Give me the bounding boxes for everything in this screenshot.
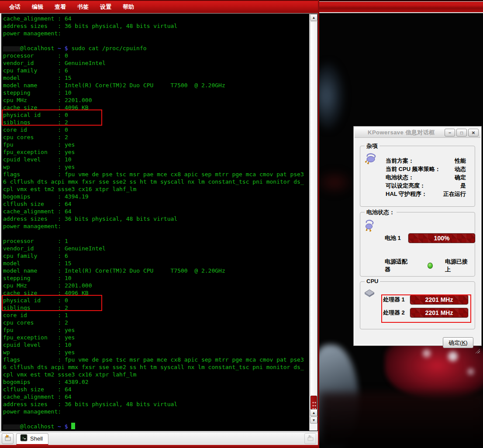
misc-row-value: 确定 [455, 174, 466, 181]
svg-text:›: › [22, 435, 24, 440]
terminal-line: 6 clflush dts acpi mmx fxsr sse sse2 ss … [3, 363, 309, 371]
processor-label: 处理器 1 [383, 296, 408, 304]
terminal-line: cache_alignment : 64 [3, 208, 309, 215]
tab-bar: › Shell [0, 432, 318, 445]
processor-row: 处理器 22201 MHz [383, 306, 468, 319]
processor-label: 处理器 2 [383, 309, 408, 317]
adapter-row: 电源适配器 电源已接上 [385, 258, 469, 274]
terminal-scrollbar[interactable]: ▲ ▲ ▼ [309, 14, 317, 431]
terminal-line: model : 15 [3, 260, 309, 267]
terminal-line: vendor_id : GenuineIntel [3, 59, 309, 67]
terminal-line [3, 415, 309, 423]
cpu-rows: 处理器 12201 MHz处理器 22201 MHz [383, 293, 468, 319]
scroll-down-button[interactable]: ▼ [310, 417, 317, 424]
terminal-line: wp : yes [3, 163, 309, 171]
terminal-line: physical id : 0 [3, 111, 309, 119]
terminal-line: fpu : yes [3, 141, 309, 148]
konsole-window: 会话编辑查看书签设置帮助 cache_alignment : 64address… [0, 0, 319, 448]
misc-group-legend: 杂项 [365, 142, 380, 150]
kpowersave-dialog: KPowersave 信息对话框 – □ ✕ 杂项 当前方案：性能当前 CPU … [354, 127, 481, 345]
misc-row-label: 电池状态： [386, 174, 414, 181]
ok-button-label: 确定(K) [448, 339, 467, 347]
terminal-line: cache size : 4096 KB [3, 289, 309, 297]
terminal-line: fpu_exception : yes [3, 334, 309, 341]
menu-item[interactable]: 帮助 [117, 3, 140, 11]
close-icon: ✕ [472, 130, 475, 135]
redacted-username [3, 46, 20, 51]
terminal-line: stepping : 10 [3, 89, 309, 96]
misc-row: 当前方案：性能 [386, 157, 466, 165]
window-bottom-border [0, 445, 318, 448]
dialog-title: KPowersave 信息对话框 [368, 129, 435, 137]
scroll-up-button[interactable]: ▲ [310, 14, 317, 21]
misc-row-label: 可以设定亮度： [386, 182, 425, 190]
dialog-titlebar[interactable]: KPowersave 信息对话框 – □ ✕ [355, 127, 480, 138]
scroll-up-button-bottom[interactable]: ▲ [310, 409, 317, 416]
misc-row: 可以设定亮度：是 [386, 181, 466, 190]
terminal-line: processor : 0 [3, 52, 309, 59]
minimize-button[interactable]: – [445, 129, 455, 137]
battery-label: 电池 1 [385, 234, 404, 242]
misc-row-value: 正在运行 [443, 190, 466, 198]
terminal-line: siblings : 2 [3, 119, 309, 126]
terminal-line: model : 15 [3, 74, 309, 82]
terminal-output[interactable]: cache_alignment : 64address sizes : 36 b… [1, 14, 309, 431]
misc-row-value: 是 [460, 182, 466, 190]
adapter-label: 电源适配器 [385, 258, 408, 274]
misc-row: HAL 守护程序：正在运行 [386, 190, 466, 198]
terminal-line: cpu cores : 2 [3, 319, 309, 326]
processor-frequency-bar: 2201 MHz [410, 295, 468, 304]
maximize-icon: □ [460, 130, 463, 135]
battery-plug-icon [364, 219, 375, 234]
close-session-button[interactable] [304, 433, 316, 444]
battery-group-legend: 电池状态： [365, 209, 397, 216]
close-button[interactable]: ✕ [468, 129, 479, 137]
misc-row-value: 动态 [455, 165, 466, 173]
maximize-button[interactable]: □ [456, 129, 467, 137]
kpowersave-plug-icon [364, 153, 377, 166]
close-session-icon [307, 434, 314, 444]
terminal-line: @localhost ~ $ [3, 423, 309, 430]
menu-item[interactable]: 编辑 [26, 3, 49, 11]
terminal-line: cache size : 4096 KB [3, 104, 309, 111]
terminal-line: power management: [3, 408, 309, 415]
ok-button[interactable]: 确定(K) [443, 337, 473, 348]
menu-item[interactable]: 会话 [3, 3, 26, 11]
terminal-line: cpuid level : 10 [3, 156, 309, 163]
misc-row-value: 性能 [455, 157, 466, 165]
menu-item[interactable]: 设置 [94, 3, 117, 11]
cpu-chip-icon [364, 289, 375, 300]
menu-item[interactable]: 书签 [72, 3, 94, 11]
adapter-status: 电源已接上 [445, 258, 469, 274]
terminal-line: processor : 1 [3, 237, 309, 245]
terminal-line: address sizes : 36 bits physical, 48 bit… [3, 215, 309, 222]
terminal-line: power management: [3, 222, 309, 230]
misc-row: 电池状态：确定 [386, 173, 466, 181]
misc-row-label: 当前 CPU 频率策略： [386, 165, 441, 173]
menu-bar: 会话编辑查看书签设置帮助 [0, 0, 318, 13]
terminal-line: vendor_id : GenuineIntel [3, 245, 309, 252]
terminal-line: stepping : 10 [3, 274, 309, 282]
battery-progressbar: 100% [408, 233, 475, 243]
tab-shell[interactable]: › Shell [16, 433, 48, 445]
resize-grip[interactable] [474, 348, 480, 353]
terminal-line: cpu family : 6 [3, 67, 309, 74]
terminal-line: model name : Intel(R) Core(TM)2 Duo CPU … [3, 267, 309, 274]
terminal-line: core id : 1 [3, 311, 309, 319]
terminal-line: physical id : 0 [3, 297, 309, 304]
menu-item[interactable]: 查看 [49, 3, 72, 11]
misc-group: 杂项 当前方案：性能当前 CPU 频率策略：动态电池状态：确定可以设定亮度：是H… [360, 146, 475, 207]
background-window-titlebar [319, 0, 483, 13]
terminal-line: cpu MHz : 2201.000 [3, 282, 309, 289]
battery-row: 电池 1 100% [385, 233, 475, 243]
terminal-line: wp : yes [3, 349, 309, 356]
scrollbar-track[interactable] [310, 21, 317, 409]
terminal-cursor [71, 423, 75, 429]
terminal-line: address sizes : 36 bits physical, 48 bit… [3, 22, 309, 30]
konsole-tab-icon: › [20, 434, 28, 443]
new-session-icon [4, 434, 12, 444]
tab-shell-label: Shell [30, 435, 43, 442]
new-session-button[interactable] [2, 433, 14, 444]
terminal-line: clflush size : 64 [3, 200, 309, 208]
cpu-group: CPU 处理器 12201 MHz处理器 22201 MHz [360, 281, 475, 329]
